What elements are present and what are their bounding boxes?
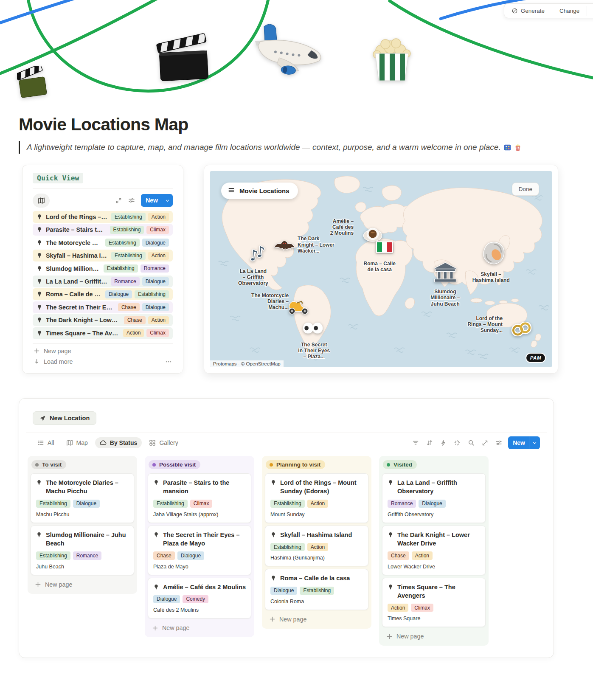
location-pin-icon bbox=[388, 532, 393, 548]
new-page-label: New page bbox=[396, 633, 424, 640]
quick-view-icon-bar bbox=[115, 197, 135, 204]
map-marker-music-notes-icon[interactable]: ♪♪ bbox=[249, 255, 263, 258]
new-page-button[interactable]: New page bbox=[265, 613, 368, 626]
location-pin-icon bbox=[270, 532, 276, 539]
expand-icon[interactable] bbox=[482, 440, 488, 446]
board-card[interactable]: Times Square – The AvengersActionClimaxT… bbox=[382, 578, 486, 627]
map-marker-label: Skyfall – Hashima Island bbox=[472, 271, 510, 283]
map-marker-bat-icon[interactable] bbox=[273, 239, 296, 253]
tag-climax: Climax bbox=[146, 329, 169, 337]
column-header[interactable]: Visited bbox=[383, 460, 417, 469]
quick-view-row[interactable]: The Motorcycle Dia...EstablishingDialogu… bbox=[33, 237, 173, 249]
settings-icon[interactable] bbox=[495, 439, 502, 446]
toolbar-change-button[interactable]: Change bbox=[552, 6, 587, 16]
load-more-label: Load more bbox=[44, 358, 73, 365]
quick-view-row[interactable]: The Dark Knight – Lower ...ChaseAction bbox=[33, 314, 173, 326]
tag-action: Action bbox=[307, 543, 328, 551]
card-tags: EstablishingRomance bbox=[36, 551, 129, 559]
new-location-button[interactable]: New Location bbox=[33, 411, 96, 425]
quick-view-row[interactable]: Parasite – Stairs to th...EstablishingCl… bbox=[33, 224, 173, 236]
more-options-icon[interactable] bbox=[165, 358, 172, 365]
quick-view-row[interactable]: Skyfall – Hashima Isla...EstablishingAct… bbox=[33, 250, 173, 261]
map-attribution[interactable]: Protomaps · © OpenStreetMap bbox=[210, 360, 284, 367]
map-marker-museum-icon[interactable] bbox=[433, 261, 458, 283]
tab-map[interactable]: Map bbox=[62, 437, 93, 448]
board-card[interactable]: Amélie – Café des 2 MoulinsDialogueComed… bbox=[148, 578, 251, 618]
lightning-icon[interactable] bbox=[440, 440, 447, 446]
map-marker-rings-icon[interactable] bbox=[509, 322, 534, 336]
tag-chase: Chase bbox=[153, 551, 175, 559]
board-card[interactable]: Roma – Calle de la casaDialogueEstablish… bbox=[265, 569, 368, 610]
new-page-button[interactable]: New page bbox=[382, 630, 486, 643]
search-icon[interactable] bbox=[468, 439, 475, 446]
sort-icon[interactable] bbox=[426, 439, 433, 446]
board-card[interactable]: The Dark Knight – Lower Wacker DriveChas… bbox=[382, 526, 486, 575]
map-view-button[interactable] bbox=[33, 194, 50, 208]
tag-romance: Romance bbox=[141, 264, 169, 273]
quick-view-row[interactable]: Slumdog Millionair...EstablishingRomance bbox=[33, 263, 173, 275]
board-card[interactable]: Lord of the Rings – Mount Sunday (Edoras… bbox=[265, 473, 368, 523]
board-card[interactable]: The Secret in Their Eyes – Plaza de Mayo… bbox=[148, 526, 251, 575]
chevron-down-icon[interactable] bbox=[162, 198, 173, 203]
tab-gallery[interactable]: Gallery bbox=[144, 437, 183, 448]
map-marker-eyes-icon[interactable] bbox=[303, 322, 323, 334]
card-tags: RomanceDialogue bbox=[388, 500, 480, 508]
card-tags: EstablishingAction bbox=[270, 500, 363, 508]
toolbar-generate-button[interactable]: Generate bbox=[504, 6, 552, 16]
board-card[interactable]: The Motorcycle Diaries – Machu PicchuEst… bbox=[31, 473, 134, 523]
toolbar-rep-button[interactable]: Rep bbox=[587, 6, 593, 16]
filter-icon[interactable] bbox=[412, 439, 419, 446]
column-header[interactable]: To visit bbox=[31, 460, 66, 469]
tag-establishing: Establishing bbox=[300, 587, 334, 595]
world-map[interactable]: La La Land – Griffith Observatory♪♪The D… bbox=[210, 171, 552, 367]
board-card[interactable]: Skyfall – Hashima IslandEstablishingActi… bbox=[265, 526, 368, 566]
tab-by-status[interactable]: By Status bbox=[95, 437, 142, 448]
new-page-button[interactable]: New page bbox=[31, 578, 134, 591]
done-button[interactable]: Done bbox=[512, 183, 539, 196]
row-tags: EstablishingClimax bbox=[110, 226, 169, 234]
tag-climax: Climax bbox=[146, 226, 169, 234]
board-card[interactable]: Slumdog Millionaire – Juhu BeachEstablis… bbox=[31, 526, 134, 575]
card-location: Jaha Village Stairs (approx) bbox=[153, 512, 246, 517]
quick-view-row[interactable]: Times Square – The Aveng...ActionClimax bbox=[33, 327, 173, 339]
expand-icon[interactable] bbox=[115, 197, 122, 204]
tag-establishing: Establishing bbox=[36, 500, 70, 508]
settings-icon[interactable] bbox=[128, 197, 135, 204]
card-location: Machu Picchu bbox=[36, 512, 129, 517]
location-pin-icon bbox=[37, 278, 42, 284]
quick-view-row[interactable]: Roma – Calle de la ...DialogueEstablishi… bbox=[33, 288, 173, 300]
column-header[interactable]: Planning to visit bbox=[266, 460, 325, 469]
map-marker-italy-flag-icon[interactable] bbox=[376, 242, 393, 253]
map-marker-scooter-icon[interactable] bbox=[287, 298, 310, 315]
board-card[interactable]: La La Land – Griffith ObservatoryRomance… bbox=[382, 473, 486, 523]
map-title-pill[interactable]: Movie Locations bbox=[221, 183, 298, 199]
new-button[interactable]: New bbox=[141, 194, 173, 207]
chevron-down-icon[interactable] bbox=[529, 441, 540, 445]
quick-view-row[interactable]: Lord of the Rings – M...EstablishingActi… bbox=[33, 211, 173, 223]
map-marker-coffee-icon[interactable] bbox=[362, 225, 384, 242]
row-tags: DialogueEstablishing bbox=[105, 290, 169, 298]
board-card[interactable]: Parasite – Stairs to the mansionEstablis… bbox=[148, 473, 251, 523]
tag-establishing: Establishing bbox=[111, 213, 146, 221]
film-frames-emoji bbox=[503, 143, 511, 152]
content-panels: Quick View New Lord of the Rings – M...E… bbox=[22, 165, 593, 374]
tab-all[interactable]: All bbox=[33, 437, 59, 448]
column-header[interactable]: Possible visit bbox=[149, 460, 200, 469]
burst-icon[interactable] bbox=[454, 439, 461, 446]
new-page-button[interactable]: New page bbox=[148, 621, 251, 635]
map-marker-shell-icon[interactable] bbox=[481, 241, 507, 266]
card-title: Times Square – The Avengers bbox=[397, 583, 480, 600]
new-page-button[interactable]: New page bbox=[33, 343, 173, 355]
location-pin-icon bbox=[153, 532, 159, 548]
tag-establishing: Establishing bbox=[153, 500, 188, 508]
tag-action: Action bbox=[148, 316, 169, 324]
card-location: Colonia Roma bbox=[270, 599, 363, 604]
location-pin-icon bbox=[388, 480, 393, 496]
locations-board: New Location AllMapBy StatusGallery New … bbox=[19, 398, 554, 658]
load-more-button[interactable]: Load more bbox=[34, 358, 73, 365]
location-pin-icon bbox=[270, 480, 276, 496]
card-location: Griffith Observatory bbox=[388, 512, 480, 517]
new-button[interactable]: New bbox=[508, 436, 540, 449]
quick-view-row[interactable]: The Secret in Their Eyes ...ChaseDialogu… bbox=[33, 301, 173, 313]
quick-view-row[interactable]: La La Land – Griffith ...RomanceDialogue bbox=[33, 276, 173, 287]
